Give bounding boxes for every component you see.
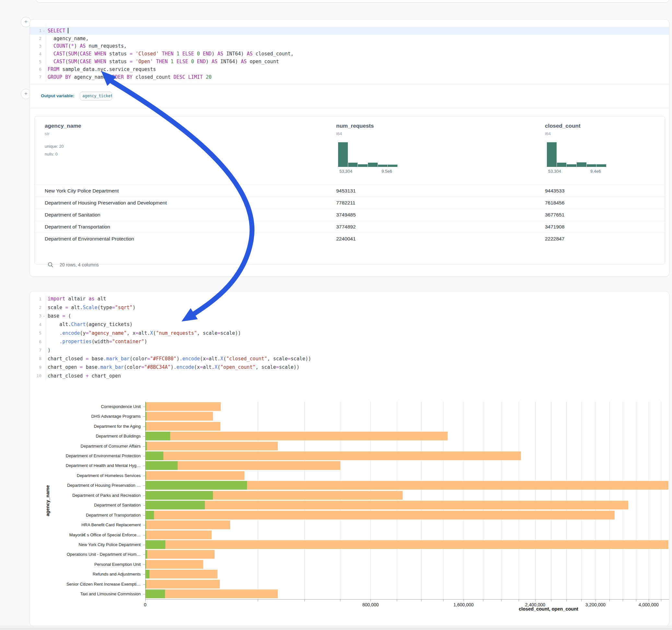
x-tick bbox=[519, 600, 519, 602]
bar-open-count[interactable] bbox=[146, 432, 170, 440]
code-line[interactable]: 2 agency_name, bbox=[30, 35, 669, 43]
x-axis-tick-label: 0 bbox=[126, 602, 165, 607]
bar-closed-count[interactable] bbox=[146, 520, 230, 529]
line-number: 3 bbox=[30, 44, 42, 49]
table-row[interactable]: Department of Transportation377489234719… bbox=[35, 221, 665, 233]
divider bbox=[30, 108, 669, 108]
bar-open-count[interactable] bbox=[146, 491, 213, 500]
bar-closed-count[interactable] bbox=[146, 540, 668, 549]
y-axis-category-label: New York City Police Department bbox=[35, 542, 141, 547]
column-histogram bbox=[338, 142, 398, 167]
code-text: CAST(SUM(CASE WHEN status = 'Closed' THE… bbox=[46, 51, 294, 57]
y-tick bbox=[143, 574, 145, 575]
divider bbox=[30, 84, 669, 84]
column-stat: unique: 20 bbox=[45, 144, 64, 149]
bar-open-count[interactable] bbox=[146, 560, 146, 569]
x-axis-line bbox=[145, 599, 669, 600]
table-cell: 2240041 bbox=[336, 236, 356, 242]
histogram-max-label: 9.4e6 bbox=[590, 169, 601, 174]
bar-open-count[interactable] bbox=[146, 580, 146, 588]
histogram-min-label: 53,304 bbox=[548, 169, 561, 174]
code-text: agency_name, bbox=[46, 35, 89, 42]
bar-open-count[interactable] bbox=[146, 570, 149, 579]
bar-closed-count[interactable] bbox=[146, 570, 217, 579]
column-header[interactable]: agency_name bbox=[45, 123, 81, 129]
x-tick bbox=[258, 600, 258, 602]
bar-open-count[interactable] bbox=[146, 501, 205, 509]
bar-closed-count[interactable] bbox=[146, 550, 215, 559]
table-row[interactable]: Department of Housing Preservation and D… bbox=[35, 197, 665, 209]
table-cell: 3677651 bbox=[545, 212, 565, 218]
code-text: FROM sample_data.nyc.service_requests bbox=[46, 67, 156, 72]
y-tick bbox=[143, 564, 145, 565]
table-cell: 3749485 bbox=[336, 212, 356, 218]
bar-closed-count[interactable] bbox=[146, 452, 521, 460]
y-axis-category-label: Department of Environmental Protection bbox=[35, 453, 141, 458]
bar-open-count[interactable] bbox=[146, 589, 165, 598]
column-type: str bbox=[45, 131, 50, 136]
y-tick bbox=[143, 505, 145, 506]
bar-closed-count[interactable] bbox=[146, 422, 220, 431]
y-tick bbox=[143, 456, 145, 456]
column-type: i64 bbox=[545, 131, 551, 136]
code-line[interactable]: 3 COUNT(*) AS num_requests, bbox=[30, 43, 669, 50]
table-row[interactable]: Department of Sanitation37494853677651 bbox=[35, 209, 665, 221]
bar-closed-count[interactable] bbox=[146, 432, 448, 440]
table-row[interactable]: New York City Police Department945313194… bbox=[35, 185, 665, 197]
table-cell: 2222847 bbox=[545, 236, 565, 242]
y-axis-category-label: Taxi and Limousine Commission bbox=[35, 591, 141, 596]
x-axis-tick-label: 4,000,000 bbox=[629, 602, 668, 607]
code-line[interactable]: 5 CAST(SUM(CASE WHEN status = 'Open' THE… bbox=[30, 58, 669, 66]
bar-open-count[interactable] bbox=[146, 520, 146, 529]
column-header[interactable]: num_requests bbox=[336, 123, 374, 129]
bar-open-count[interactable] bbox=[146, 402, 146, 411]
code-line[interactable]: 6FROM sample_data.nyc.service_requests bbox=[30, 66, 669, 73]
bar-closed-count[interactable] bbox=[146, 589, 278, 598]
output-variable-input[interactable]: agency_tickets bbox=[80, 92, 112, 100]
search-icon[interactable] bbox=[47, 262, 54, 268]
bar-open-count[interactable] bbox=[146, 442, 147, 451]
bar-open-count[interactable] bbox=[146, 471, 146, 480]
column-histogram bbox=[547, 142, 606, 167]
y-tick bbox=[143, 446, 145, 446]
bar-closed-count[interactable] bbox=[146, 511, 615, 519]
code-line[interactable]: 1⌄SELECT bbox=[30, 27, 669, 35]
table-cell: 7782211 bbox=[336, 200, 355, 206]
bar-closed-count[interactable] bbox=[146, 442, 278, 451]
x-tick bbox=[623, 600, 623, 602]
bar-open-count[interactable] bbox=[146, 412, 146, 421]
bar-closed-count[interactable] bbox=[146, 501, 628, 509]
bar-closed-count[interactable] bbox=[146, 402, 221, 411]
x-tick bbox=[370, 600, 371, 602]
dataframe-table: agency_namestrunique: 20nulls: 0num_requ… bbox=[34, 116, 665, 264]
line-number: 2 bbox=[30, 36, 42, 41]
sql-cell-card: 1⌄SELECT2 agency_name,3 COUNT(*) AS num_… bbox=[29, 19, 669, 277]
code-text: SELECT bbox=[46, 28, 68, 34]
code-line[interactable]: 7GROUP BY agency_name ORDER BY closed_co… bbox=[30, 73, 669, 81]
bar-open-count[interactable] bbox=[146, 540, 165, 549]
table-row[interactable]: Department of Environmental Protection22… bbox=[35, 233, 665, 245]
bar-open-count[interactable] bbox=[146, 531, 146, 539]
bar-open-count[interactable] bbox=[146, 422, 146, 431]
bar-open-count[interactable] bbox=[146, 452, 163, 460]
y-tick bbox=[143, 466, 145, 466]
table-cell: New York City Police Department bbox=[45, 188, 119, 194]
code-line[interactable]: 4 CAST(SUM(CASE WHEN status = 'Closed' T… bbox=[30, 50, 669, 58]
bar-open-count[interactable] bbox=[146, 511, 154, 519]
column-header[interactable]: closed_count bbox=[545, 123, 581, 129]
bar-closed-count[interactable] bbox=[146, 412, 213, 421]
table-cell: Department of Environmental Protection bbox=[45, 236, 134, 242]
bar-open-count[interactable] bbox=[146, 550, 147, 559]
x-tick bbox=[501, 600, 502, 602]
bar-closed-count[interactable] bbox=[146, 560, 203, 569]
bar-closed-count[interactable] bbox=[146, 580, 220, 588]
bar-closed-count[interactable] bbox=[146, 531, 212, 539]
bar-open-count[interactable] bbox=[146, 461, 178, 470]
bar-open-count[interactable] bbox=[146, 481, 247, 490]
sql-editor[interactable]: 1⌄SELECT2 agency_name,3 COUNT(*) AS num_… bbox=[30, 20, 669, 84]
table-cell: Department of Housing Preservation and D… bbox=[45, 200, 167, 206]
y-axis-category-label: Personal Exemption Unit bbox=[35, 562, 141, 567]
code-text: COUNT(*) AS num_requests, bbox=[46, 43, 127, 49]
bar-closed-count[interactable] bbox=[146, 471, 244, 480]
y-tick bbox=[143, 535, 145, 535]
